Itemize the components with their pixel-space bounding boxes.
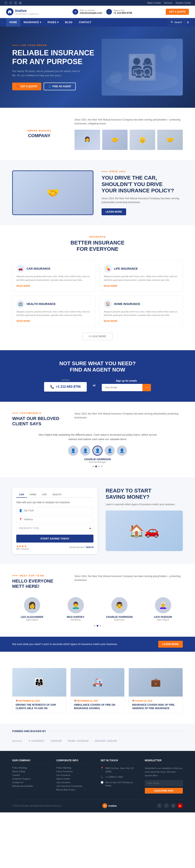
team-dots [12,625,183,626]
make-claim-link[interactable]: Make a Claim [147,2,161,4]
nav-pages[interactable]: PAGES ▾ [44,18,62,27]
learn-more-button[interactable]: LEARN MORE [102,208,126,215]
footer-link-life-insurance[interactable]: Life Insurance [56,781,95,784]
footer-link-contact-us[interactable]: Contact Us [12,781,50,784]
footer-grid: OUR COMPANY Policy Wording News & Blog C… [12,759,183,794]
footer-link-customer-support[interactable]: Customer Support [12,777,50,780]
twitter-icon[interactable]: t [9,1,12,5]
team-tag: MEET OUR TEAM [12,575,66,577]
home-read-more-link[interactable]: READ MORE [104,320,117,322]
email-input[interactable] [102,384,142,391]
footer-link-website-accessibility[interactable]: Website Accessibility [12,785,50,787]
quote-tab-health[interactable]: HEALTH [50,492,64,497]
team-dot-2[interactable] [97,625,98,626]
trust-right: Already Member? SIGN IN [69,546,93,549]
dot-4[interactable] [101,466,103,467]
house-car-emoji: 🏠🚗 [129,524,160,538]
footer-link-agent-locator[interactable]: Agent Locator [56,777,95,780]
blog-title-1: DRIVING THE INTERESTS OF OUR CLIENTS ABL… [16,703,63,710]
social-icons: f t in ▶ [4,1,22,5]
trust-row: ★★★★ 900+ Reviews Already Member? SIGN I… [16,545,93,550]
search-button[interactable]: 🔍 Search [168,20,185,25]
nav-contact[interactable]: CONTACT [76,18,95,27]
testimonial-right: Since 1914, the New York Mutual Insuranc… [75,412,183,422]
newsletter-email-input[interactable] [145,780,183,786]
footer-our-company: OUR COMPANY Policy Wording News & Blog C… [12,759,50,794]
load-more-button[interactable]: ⟳ LOAD MORE [82,333,112,340]
reviews: 900+ Reviews [16,548,29,550]
footer-link-policy-wording[interactable]: Policy Wording [12,767,50,769]
email-label: Write us anytime [80,9,102,11]
nav-links: HOME INSURANCE ▾ PAGES ▾ BLOG CONTACT [6,18,95,27]
find-agent-row: Call Now 📞 +1 212-683-9756 or Sign up fo… [12,379,183,392]
solution-center-link[interactable]: Solution Center [175,2,191,4]
insurance-section: INSURANCE BETTER INSURANCEFOR EVERYONE 🚗… [0,225,195,350]
linkedin-icon[interactable]: in [14,1,18,5]
dot-3[interactable] [98,466,100,467]
blog-title-3: INSURANCE COVERS RISK OF FIRE, ABSENCE O… [132,703,179,710]
footer-link-corp-policy[interactable]: Policy Wording [56,767,95,769]
blog-body-1: 📅 SEPTEMBER 22, 2019 DRIVING THE INTERES… [12,696,66,713]
start-saving-button[interactable]: START SAVING TODAY [16,535,93,542]
car-read-more-link[interactable]: READ MORE [17,285,30,287]
health-card-title: HEALTH INSURANCE [27,302,56,306]
footer-link-news-blog[interactable]: News & Blog [12,770,50,773]
life-read-more-link[interactable]: READ MORE [104,285,117,287]
footer-link-car-insurance[interactable]: Car Insurance [56,774,95,776]
footer-facebook-icon[interactable]: f [157,803,162,808]
header-email: info@example.com [80,11,102,14]
footer-link-life-insurance-companies[interactable]: Life Insurance Companies [56,785,95,787]
dot-1[interactable] [92,466,94,467]
call-now-button[interactable]: 📞 +1 212-683-9756 [44,382,87,392]
award-img-1: 👩‍💼 [75,130,100,150]
nav-right: 🔍 Search ≡ [168,20,189,25]
hamburger-icon[interactable]: ≡ [187,20,189,25]
team-name-leo: LEO ALEXANDER [12,615,52,618]
drive-image: 🤝 [12,170,93,215]
health-read-more-link[interactable]: READ MORE [17,320,30,322]
nav-home[interactable]: HOME [6,18,20,27]
newsletter-subscribe-button[interactable]: SUBSCRIBE NOW [145,788,183,794]
find-agent-title: NOT SURE WHAT YOU NEED?FIND AN AGENT NOW [12,360,183,373]
address-input[interactable] [24,518,91,521]
footer-linkedin-icon[interactable]: in [171,803,176,808]
team-avatar-leo: 👩 [24,597,40,613]
team-dot-1[interactable] [94,625,95,626]
cta-learn-more-button[interactable]: LEARN MORE [158,641,183,648]
nav-insurance[interactable]: INSURANCE ▾ [20,18,44,27]
partner-encore: encore [12,737,22,745]
property-type-select[interactable]: PROPERTY TYPE ▾ [16,525,93,532]
email-submit-button[interactable]: → [142,384,151,391]
health-card-icon: 🏥 [17,300,25,308]
map-pin-icon: 📍 [101,767,104,770]
footer-youtube-icon[interactable]: ▶ [177,803,183,808]
trust-left: ★★★★ 900+ Reviews [16,545,29,550]
blog-card-2: 🚑 📅 SEPTEMBER 22, 2019 AMBULANCE COVERS … [71,668,125,714]
team-dot-3[interactable] [100,625,101,626]
youtube-icon[interactable]: ▶ [19,1,22,5]
partner-harriet: ✦ HARRIET [28,737,45,745]
quote-tab-car[interactable]: CAR [16,492,27,498]
drive-img-placeholder: 🤝 [12,170,93,215]
award-section: AWARD WINNING COMPANY Since 1914, the Ne… [0,108,195,160]
header-get-quote-button[interactable]: GET A QUOTE [166,9,189,15]
hero-agent-button[interactable]: 👤 FIND AN AGENT [44,83,76,90]
dot-2-active[interactable] [95,466,97,467]
services-link[interactable]: Services [164,2,172,4]
sign-in-link[interactable]: SIGN IN [86,546,93,549]
zip-input[interactable] [24,509,91,512]
footer-link-home-insurance[interactable]: Home Insurance [56,770,95,773]
car-card-header: 🚗 CAR INSURANCE [17,265,91,273]
footer-twitter-icon[interactable]: t [164,803,169,808]
footer-link-careers[interactable]: Careers [12,774,50,776]
footer-logo-icon: 🏠 [102,803,107,808]
quote-tab-life[interactable]: LIFE [39,492,50,497]
chevron-down-icon: ▾ [89,527,91,530]
nav-blog[interactable]: BLOG [62,18,76,27]
facebook-icon[interactable]: f [4,1,8,5]
avatar-1: 👤 [68,445,78,456]
hero-quote-button[interactable]: 🔖 GET A QUOTE [12,83,41,90]
quote-tab-home[interactable]: HOME [27,492,39,497]
quote-right-desc: Learn in seconds which types of insuranc… [106,503,183,506]
footer-link-money-back-policy[interactable]: Money Back Policy [56,788,95,791]
